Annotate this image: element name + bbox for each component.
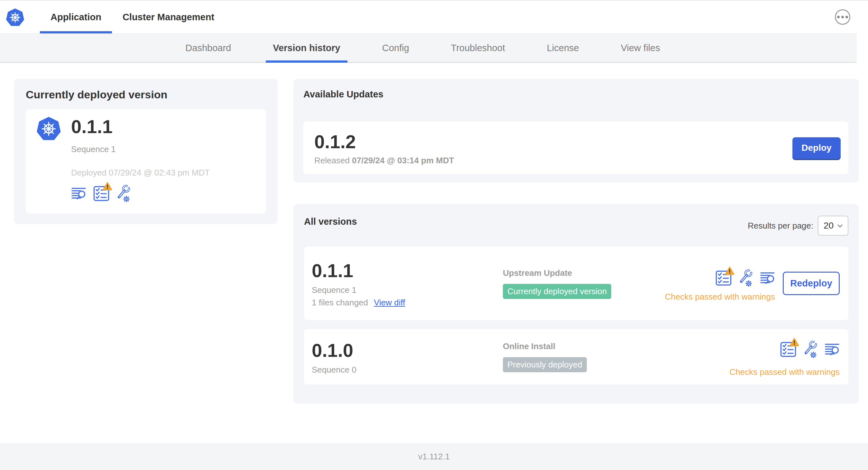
update-version-number: 0.1.2 <box>314 131 454 153</box>
console-version: v1.112.1 <box>418 452 450 462</box>
tab-cluster-management-label: Cluster Management <box>123 12 214 23</box>
app-footer: v1.112.1 <box>0 443 868 470</box>
row-sequence: Sequence 0 <box>312 365 503 375</box>
warning-triangle-icon <box>725 267 735 275</box>
files-changed: 1 files changedView diff <box>312 298 503 308</box>
results-per-page-label: Results per page: <box>748 221 813 231</box>
preflight-checks-warning-icon[interactable] <box>780 342 796 357</box>
row-sequence: Sequence 1 <box>312 285 503 295</box>
kubernetes-logo-icon <box>6 8 25 27</box>
chevron-down-icon <box>837 224 843 228</box>
app-icon <box>36 117 61 141</box>
all-versions-title: All versions <box>304 216 357 227</box>
release-notes-icon[interactable] <box>760 272 775 284</box>
release-notes-icon[interactable] <box>825 343 840 356</box>
ellipsis-icon <box>837 16 840 18</box>
version-source: Upstream Update <box>503 268 611 278</box>
config-icon[interactable] <box>117 185 131 202</box>
app-header: Application Cluster Management <box>0 1 868 33</box>
results-per-page-select[interactable]: 20 <box>818 216 848 236</box>
main-content: Currently deployed version 0.1.1 Sequenc… <box>0 63 868 404</box>
deployed-timestamp: Deployed 07/29/24 @ 02:43 pm MDT <box>71 168 210 178</box>
released-timestamp: Released 07/29/24 @ 03:14 pm MDT <box>314 156 454 166</box>
status-badge-previously-deployed: Previously deployed <box>503 357 587 372</box>
warning-triangle-icon <box>103 182 112 191</box>
nav-tab-dashboard[interactable]: Dashboard <box>178 34 238 62</box>
checks-status[interactable]: Checks passed with warnings <box>665 292 775 302</box>
nav-tab-version-history[interactable]: Version history <box>266 34 347 62</box>
available-updates-title: Available Updates <box>303 89 848 100</box>
nav-tab-view-files[interactable]: View files <box>614 34 667 62</box>
nav-tab-config[interactable]: Config <box>375 34 416 62</box>
redeploy-button[interactable]: Redeploy <box>783 272 840 295</box>
view-diff-link[interactable]: View diff <box>374 298 405 307</box>
tab-cluster-management[interactable]: Cluster Management <box>112 1 225 33</box>
preflight-checks-warning-icon[interactable] <box>715 270 732 286</box>
status-badge-currently-deployed: Currently deployed version <box>503 284 611 299</box>
overflow-menu-button[interactable] <box>835 9 850 25</box>
config-icon[interactable] <box>803 341 817 358</box>
deploy-button[interactable]: Deploy <box>793 137 841 159</box>
warning-triangle-icon <box>789 338 799 346</box>
nav-tab-license[interactable]: License <box>540 34 586 62</box>
current-version-number: 0.1.1 <box>71 115 210 138</box>
currently-deployed-card: Currently deployed version 0.1.1 Sequenc… <box>14 79 278 224</box>
row-version-number: 0.1.0 <box>312 339 503 362</box>
preflight-checks-warning-icon[interactable] <box>93 186 110 201</box>
tab-application-label: Application <box>51 12 101 23</box>
available-updates-card: Available Updates 0.1.2 Released 07/29/2… <box>293 79 859 182</box>
version-row-0-1-1: 0.1.1 Sequence 1 1 files changedView dif… <box>304 246 848 320</box>
tab-application[interactable]: Application <box>40 1 112 33</box>
page: Application Cluster Management Dashboard… <box>0 0 868 470</box>
update-row: 0.1.2 Released 07/29/24 @ 03:14 pm MDT D… <box>303 122 848 174</box>
checks-status[interactable]: Checks passed with warnings <box>730 367 840 377</box>
currently-deployed-title: Currently deployed version <box>26 89 266 101</box>
row-version-number: 0.1.1 <box>312 260 503 282</box>
version-row-0-1-0: 0.1.0 Sequence 0 Online Install Previous… <box>304 329 848 384</box>
app-subnav: Dashboard Version history Config Trouble… <box>0 33 857 63</box>
release-notes-icon[interactable] <box>71 187 86 200</box>
currently-deployed-version-panel: 0.1.1 Sequence 1 Deployed 07/29/24 @ 02:… <box>26 109 266 213</box>
current-sequence: Sequence 1 <box>71 144 210 154</box>
all-versions-card: All versions Results per page: 20 0.1.1 … <box>293 204 859 404</box>
nav-tab-troubleshoot[interactable]: Troubleshoot <box>444 34 512 62</box>
config-icon[interactable] <box>739 269 753 287</box>
version-source: Online Install <box>503 341 587 351</box>
header-tabs: Application Cluster Management <box>40 1 225 33</box>
